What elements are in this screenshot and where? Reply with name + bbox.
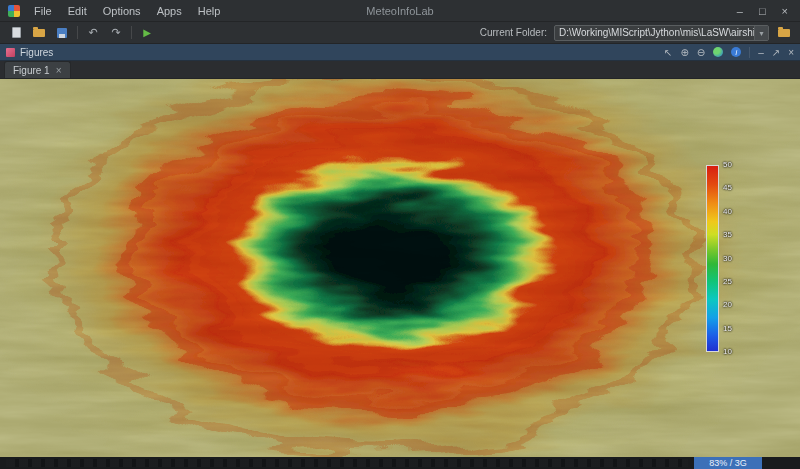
figures-panel-title: Figures [20, 47, 53, 58]
title-bar: File Edit Options Apps Help MeteoInfoLab… [0, 0, 800, 22]
figure-toolbar-divider [749, 47, 750, 58]
full-extent-globe-icon[interactable] [713, 47, 723, 57]
figure-canvas[interactable]: 50 45 40 35 30 25 20 15 10 [0, 79, 800, 457]
run-script-button[interactable]: ▶ [139, 25, 155, 41]
browse-folder-icon [778, 29, 790, 37]
colorbar-tick: 15 [723, 325, 732, 333]
new-file-icon [12, 27, 21, 38]
panel-float-button[interactable]: ↗ [772, 47, 780, 58]
window-controls: – □ × [737, 5, 792, 17]
figure-toolbar: ↖ ⊕ ⊖ i – ↗ × [664, 47, 794, 58]
browse-folder-button[interactable] [776, 25, 792, 41]
undo-button[interactable]: ↶ [85, 25, 101, 41]
app-logo-icon [8, 5, 20, 17]
colorbar-tick: 30 [723, 255, 732, 263]
minimize-button[interactable]: – [737, 5, 743, 17]
panel-minimize-button[interactable]: – [758, 47, 764, 58]
menu-help[interactable]: Help [192, 3, 227, 19]
identify-info-icon[interactable]: i [731, 47, 741, 57]
figures-panel-header: Figures ↖ ⊕ ⊖ i – ↗ × [0, 44, 800, 61]
save-button[interactable] [54, 25, 70, 41]
status-bar-texture [6, 459, 688, 467]
window-title: MeteoInfoLab [366, 5, 433, 17]
colorbar-legend: 50 45 40 35 30 25 20 15 10 [706, 165, 752, 352]
save-disk-icon [57, 28, 67, 38]
panel-close-button[interactable]: × [788, 47, 794, 58]
colorbar-tick: 20 [723, 301, 732, 309]
figures-panel-icon [6, 48, 15, 57]
zoom-in-icon[interactable]: ⊕ [680, 47, 688, 58]
colorbar-tick: 40 [723, 208, 732, 216]
current-folder-combobox[interactable]: D:\Working\MIScript\Jython\mis\LaSW\airs… [554, 25, 769, 41]
tab-figure-1[interactable]: Figure 1 × [4, 61, 71, 78]
colorbar-tick: 25 [723, 278, 732, 286]
redo-button[interactable]: ↷ [108, 25, 124, 41]
menu-apps[interactable]: Apps [151, 3, 188, 19]
current-folder-label: Current Folder: [480, 27, 547, 38]
colorbar-tick: 50 [723, 161, 732, 169]
toolbar-divider [77, 26, 78, 39]
menu-edit[interactable]: Edit [62, 3, 93, 19]
colorbar-tick-labels: 50 45 40 35 30 25 20 15 10 [723, 161, 732, 356]
toolbar-divider [131, 26, 132, 39]
zoom-out-icon[interactable]: ⊖ [697, 47, 705, 58]
main-toolbar: ↶ ↷ ▶ Current Folder: D:\Working\MIScrip… [0, 22, 800, 44]
status-bar: 83% / 3G [0, 457, 800, 469]
maximize-button[interactable]: □ [759, 5, 766, 17]
colorbar-tick: 45 [723, 184, 732, 192]
select-tool-icon[interactable]: ↖ [664, 47, 672, 58]
hurricane-visualization[interactable] [0, 79, 800, 457]
colorbar-tick: 10 [723, 348, 732, 356]
figure-tab-bar: Figure 1 × [0, 61, 800, 79]
tab-close-icon[interactable]: × [56, 65, 62, 76]
open-file-button[interactable] [31, 25, 47, 41]
memory-indicator: 83% / 3G [694, 457, 762, 469]
current-folder-value[interactable]: D:\Working\MIScript\Jython\mis\LaSW\airs… [555, 27, 754, 38]
open-folder-icon [33, 29, 45, 37]
close-button[interactable]: × [782, 5, 788, 17]
colorbar-gradient [706, 165, 719, 352]
menu-options[interactable]: Options [97, 3, 147, 19]
menu-file[interactable]: File [28, 3, 58, 19]
colorbar-tick: 35 [723, 231, 732, 239]
tab-label: Figure 1 [13, 65, 50, 76]
new-script-button[interactable] [8, 25, 24, 41]
combo-dropdown-icon[interactable]: ▾ [754, 26, 768, 40]
